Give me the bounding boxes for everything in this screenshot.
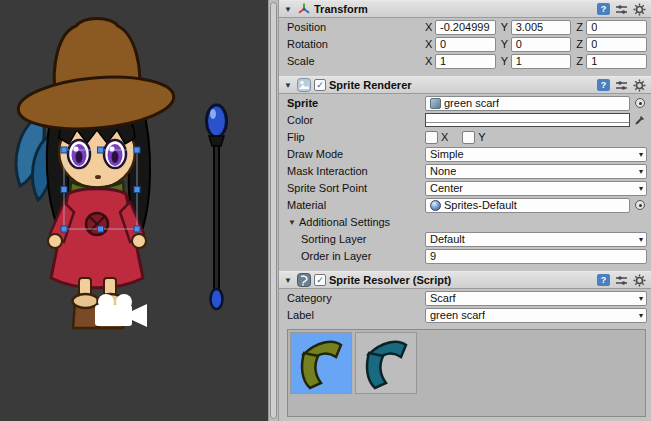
sprite-variant-blue-scarf[interactable] — [355, 332, 417, 394]
axis-x-label: X — [425, 38, 435, 50]
rotation-y-field[interactable]: 0 — [511, 37, 572, 52]
material-object-field[interactable]: Sprites-Default — [425, 198, 630, 213]
mask-interaction-dropdown[interactable]: None ▾ — [425, 164, 647, 179]
axis-z-label: Z — [576, 55, 586, 67]
material-label: Material — [287, 199, 425, 211]
scale-x: X 1 — [425, 54, 496, 69]
presets-icon[interactable] — [615, 3, 628, 16]
staff-prop[interactable] — [207, 105, 227, 309]
gear-icon[interactable] — [633, 3, 646, 16]
transform-icon — [296, 2, 311, 17]
label-value: green scarf — [430, 309, 485, 321]
transform-header[interactable]: ▼ Transform ? — [279, 0, 651, 18]
sprite-resolver-title: Sprite Resolver (Script) — [329, 274, 451, 286]
presets-icon[interactable] — [615, 79, 628, 92]
position-vector: X -0.204999 Y 3.005 Z 0 — [425, 20, 647, 35]
eyedropper-icon — [634, 114, 646, 126]
rotation-x-value: 0 — [440, 38, 446, 50]
color-label: Color — [287, 114, 425, 126]
order-in-layer-field[interactable]: 9 — [425, 249, 647, 264]
flip-y-checkbox[interactable] — [462, 131, 475, 144]
foldout-icon[interactable]: ▼ — [283, 5, 293, 14]
draw-mode-dropdown[interactable]: Simple ▾ — [425, 147, 647, 162]
position-z-field[interactable]: 0 — [586, 20, 647, 35]
sorting-layer-dropdown[interactable]: Default ▾ — [425, 232, 647, 247]
scale-y: Y 1 — [501, 54, 572, 69]
object-picker-icon — [635, 200, 645, 210]
order-in-layer-label: Order in Layer — [287, 250, 425, 262]
gear-icon[interactable] — [633, 274, 646, 287]
sprite-variant-green-scarf[interactable] — [290, 332, 352, 394]
foldout-icon[interactable]: ▼ — [283, 276, 293, 285]
position-y-field[interactable]: 3.005 — [511, 20, 572, 35]
sprite-resolver-enabled-checkbox[interactable]: ✓ — [314, 274, 326, 286]
sprite-resolver-header[interactable]: ▼ ✓ Sprite Resolver (Script) ? — [279, 271, 651, 289]
scrollbar-thumb[interactable] — [270, 2, 277, 419]
object-picker-button[interactable] — [633, 198, 647, 212]
position-x-value: -0.204999 — [440, 21, 490, 33]
object-picker-button[interactable] — [633, 96, 647, 110]
blue-scarf-thumbnail-icon — [358, 335, 414, 391]
additional-settings-row[interactable]: ▼ Additional Settings — [279, 214, 651, 230]
scene-view[interactable] — [0, 0, 268, 421]
transform-title: Transform — [314, 3, 368, 15]
order-in-layer-row: Order in Layer 9 — [279, 248, 651, 264]
object-picker-icon — [635, 98, 645, 108]
axis-y-label: Y — [501, 55, 511, 67]
flip-x-checkbox[interactable] — [425, 131, 438, 144]
help-icon[interactable]: ? — [597, 79, 610, 91]
draw-mode-value: Simple — [430, 148, 464, 160]
sprite-resolver-icon — [296, 273, 311, 288]
sprite-value: green scarf — [444, 97, 499, 109]
position-x-field[interactable]: -0.204999 — [435, 20, 496, 35]
scene-canvas[interactable] — [0, 0, 268, 421]
sprite-variant-preview — [287, 329, 646, 417]
draw-mode-row: Draw Mode Simple ▾ — [279, 146, 651, 162]
axis-z-label: Z — [576, 38, 586, 50]
foldout-icon[interactable]: ▼ — [283, 81, 293, 90]
position-y-value: 3.005 — [516, 21, 544, 33]
sprite-renderer-icon — [296, 78, 311, 93]
rotation-vector: X 0 Y 0 Z 0 — [425, 37, 647, 52]
sprite-row: Sprite green scarf — [279, 95, 651, 111]
color-swatch[interactable] — [425, 113, 630, 127]
help-icon[interactable]: ? — [597, 274, 610, 286]
category-dropdown[interactable]: Scarf ▾ — [425, 291, 647, 306]
rotation-x-field[interactable]: 0 — [435, 37, 496, 52]
sprite-sort-point-dropdown[interactable]: Center ▾ — [425, 181, 647, 196]
chevron-down-icon: ▾ — [639, 150, 643, 159]
inspector-scrollbar[interactable] — [268, 0, 279, 421]
sprite-object-field[interactable]: green scarf — [425, 96, 630, 111]
eyedropper-button[interactable] — [633, 113, 647, 127]
help-icon[interactable]: ? — [597, 3, 610, 15]
scale-z-field[interactable]: 1 — [586, 54, 647, 69]
sprite-renderer-header[interactable]: ▼ ✓ Sprite Renderer ? — [279, 76, 651, 94]
additional-settings-label: Additional Settings — [299, 216, 390, 228]
rotation-z-field[interactable]: 0 — [586, 37, 647, 52]
sprite-sort-point-value: Center — [430, 182, 463, 194]
sorting-layer-label: Sorting Layer — [287, 233, 425, 245]
presets-icon[interactable] — [615, 274, 628, 287]
label-dropdown[interactable]: green scarf ▾ — [425, 308, 647, 323]
inspector-panel: ▼ Transform ? — [279, 0, 651, 421]
rotation-row: Rotation X 0 Y 0 Z 0 — [279, 36, 651, 52]
character-sprite[interactable] — [16, 19, 176, 329]
camera-gizmo-icon[interactable] — [95, 294, 147, 327]
label-row: Label green scarf ▾ — [279, 307, 651, 323]
category-row: Category Scarf ▾ — [279, 290, 651, 306]
sprite-renderer-title: Sprite Renderer — [329, 79, 412, 91]
hat — [16, 19, 176, 135]
foldout-icon[interactable]: ▼ — [287, 218, 297, 227]
scale-z: Z 1 — [576, 54, 647, 69]
material-value: Sprites-Default — [444, 199, 517, 211]
mask-interaction-row: Mask Interaction None ▾ — [279, 163, 651, 179]
sprite-sort-point-row: Sprite Sort Point Center ▾ — [279, 180, 651, 196]
rotation-z: Z 0 — [576, 37, 647, 52]
rotation-y-value: 0 — [516, 38, 522, 50]
scale-row: Scale X 1 Y 1 Z 1 — [279, 53, 651, 69]
scale-y-field[interactable]: 1 — [511, 54, 572, 69]
position-y: Y 3.005 — [501, 20, 572, 35]
sprite-renderer-enabled-checkbox[interactable]: ✓ — [314, 79, 326, 91]
scale-x-field[interactable]: 1 — [435, 54, 496, 69]
gear-icon[interactable] — [633, 79, 646, 92]
